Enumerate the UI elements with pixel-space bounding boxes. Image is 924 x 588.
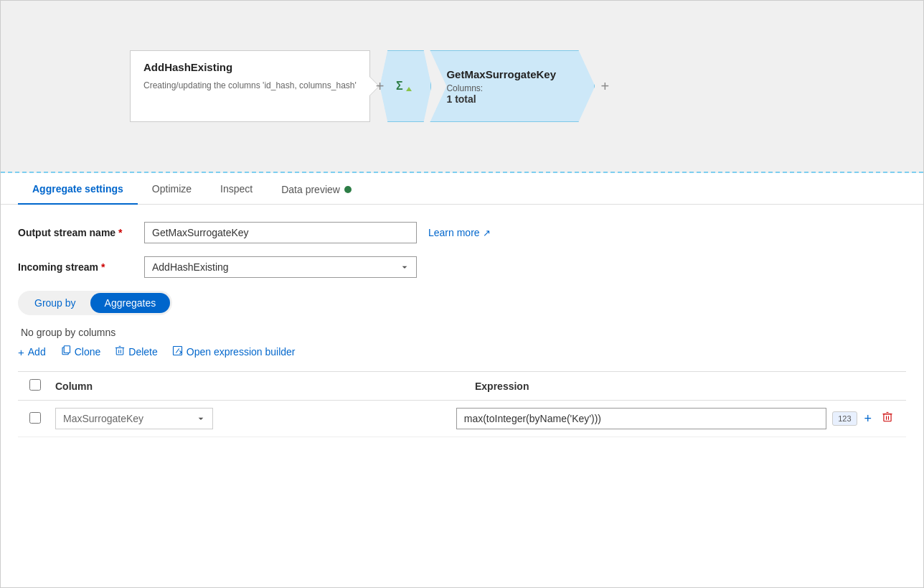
incoming-stream-label: Incoming stream *: [18, 261, 133, 273]
node2-columns-label: Columns:: [446, 83, 578, 93]
table-row: MaxSurrogateKey 123 +: [18, 401, 906, 437]
tab-optimize[interactable]: Optimize: [138, 173, 206, 205]
plus-connector-1: +: [376, 78, 385, 95]
expression-type-badge: 123: [832, 411, 857, 426]
row-checkbox-col: [29, 412, 55, 426]
clone-icon: [60, 345, 71, 358]
svg-rect-10: [884, 414, 891, 421]
expression-cell: 123: [456, 408, 857, 429]
select-all-checkbox[interactable]: [29, 379, 41, 391]
toggle-group: Group by Aggregates: [18, 291, 172, 315]
column-header: Column: [55, 381, 475, 392]
canvas-area: AddHashExisting Creating/updating the co…: [1, 1, 923, 173]
data-preview-status-dot: [344, 186, 352, 193]
row-actions: +: [863, 410, 895, 428]
column-cell: MaxSurrogateKey: [55, 408, 456, 429]
required-star-2: *: [101, 261, 105, 273]
learn-more-link[interactable]: Learn more ↗: [428, 227, 491, 238]
flow-container: AddHashExisting Creating/updating the co…: [130, 50, 615, 122]
output-stream-label: Output stream name *: [18, 227, 133, 238]
group-by-toggle[interactable]: Group by: [20, 293, 90, 313]
svg-rect-4: [117, 347, 124, 355]
table-area: Column Expression MaxSurrogateKey: [18, 371, 906, 437]
toolbar: + Add Clone: [18, 345, 906, 358]
aggregate-symbol: Σ: [395, 75, 416, 97]
delete-button[interactable]: Delete: [115, 345, 157, 358]
table-header: Column Expression: [18, 372, 906, 401]
incoming-stream-row: Incoming stream * AddHashExisting: [18, 256, 906, 278]
main-container: AddHashExisting Creating/updating the co…: [0, 0, 924, 588]
no-group-text: No group by columns: [21, 327, 906, 338]
header-checkbox-col: [29, 379, 55, 393]
output-stream-row: Output stream name * Learn more ↗: [18, 222, 906, 243]
node1-desc: Creating/updating the columns 'id_hash, …: [143, 80, 357, 90]
svg-marker-1: [406, 87, 412, 91]
column-select[interactable]: MaxSurrogateKey: [55, 408, 213, 429]
aggregates-toggle[interactable]: Aggregates: [90, 293, 171, 313]
node2-title: GetMaxSurrogateKey: [446, 68, 578, 80]
expression-header: Expression: [475, 381, 895, 392]
plus-connector-2: +: [600, 78, 609, 95]
external-link-icon: ↗: [483, 228, 491, 238]
row-delete-button[interactable]: [880, 410, 895, 428]
delete-icon: [115, 345, 125, 358]
bottom-panel: Aggregate settings Optimize Inspect Data…: [1, 173, 923, 587]
tab-aggregate-settings[interactable]: Aggregate settings: [18, 173, 138, 205]
output-stream-input[interactable]: [144, 222, 417, 243]
expression-builder-button[interactable]: Open expression builder: [172, 345, 296, 358]
node-aggregate-icon[interactable]: Σ: [380, 50, 431, 122]
add-button[interactable]: + Add: [18, 346, 46, 358]
row-add-button[interactable]: +: [863, 410, 874, 428]
svg-text:Σ: Σ: [396, 80, 403, 92]
node1-title: AddHashExisting: [143, 61, 357, 73]
tab-data-preview[interactable]: Data preview: [267, 174, 366, 204]
required-star-1: *: [118, 227, 122, 238]
panel-content: Output stream name * Learn more ↗ Incomi…: [1, 205, 923, 437]
clone-button[interactable]: Clone: [60, 345, 101, 358]
node2-columns-count: 1 total: [446, 93, 578, 105]
tab-inspect[interactable]: Inspect: [206, 173, 267, 205]
add-icon: +: [18, 346, 24, 358]
svg-rect-3: [64, 346, 70, 353]
incoming-stream-select[interactable]: AddHashExisting: [144, 256, 417, 278]
expression-input[interactable]: [456, 408, 826, 429]
node-get-max-surrogate-key[interactable]: GetMaxSurrogateKey Columns: 1 total: [430, 50, 595, 122]
tabs-bar: Aggregate settings Optimize Inspect Data…: [1, 173, 923, 205]
node-add-hash-existing[interactable]: AddHashExisting Creating/updating the co…: [130, 50, 370, 122]
row-checkbox[interactable]: [29, 412, 41, 424]
expression-builder-icon: [172, 345, 183, 358]
